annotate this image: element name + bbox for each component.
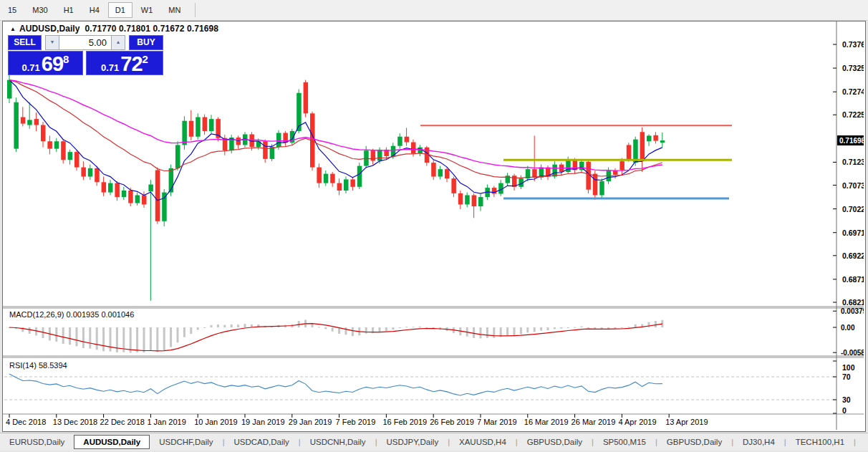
one-click-trading-panel: SELL ▼ 5.00 ▲ BUY 0.71698 0.71722 (8, 35, 163, 75)
candle-body (81, 168, 86, 177)
macd-histogram-bar (520, 327, 522, 334)
timeframe-button-H1[interactable]: H1 (57, 2, 81, 18)
macd-histogram-bar (324, 327, 327, 329)
candle-body (377, 150, 382, 161)
price-axis-label: 0.73255 (842, 64, 864, 72)
price-axis-label: 0.72745 (842, 87, 864, 96)
macd-histogram-bar (237, 324, 239, 327)
time-axis-label: 13 Dec 2018 (53, 418, 97, 426)
macd-histogram-bar (607, 327, 609, 329)
price-axis-label: 0.73765 (842, 40, 864, 49)
timeframe-button-H4[interactable]: H4 (82, 2, 107, 18)
macd-histogram-bar (197, 327, 199, 330)
macd-histogram-bar (506, 327, 508, 335)
buy-price-sup: 2 (143, 54, 148, 64)
candle-body (155, 170, 160, 221)
buy-price-prefix: 0.71 (101, 63, 119, 73)
timeframe-button-M30[interactable]: M30 (25, 2, 54, 18)
timeframe-button-15[interactable]: 15 (1, 2, 24, 18)
macd-signal-line (9, 324, 662, 351)
candle-body (27, 120, 32, 125)
time-axis-label: 4 Apr 2019 (618, 418, 656, 426)
candle-body (431, 163, 436, 176)
macd-histogram-bar (203, 327, 206, 328)
macd-histogram-bar (62, 327, 64, 344)
time-axis-label: 22 Dec 2018 (100, 418, 145, 426)
macd-histogram-bar (35, 327, 37, 335)
macd-histogram-bar (425, 327, 428, 328)
candle-body (411, 143, 416, 154)
chart-tab-TECH100-H1[interactable]: TECH100,H1 (786, 435, 854, 449)
macd-histogram-bar (332, 327, 334, 332)
candle-body (552, 165, 557, 177)
candle-body (492, 188, 497, 193)
macd-histogram-bar (76, 327, 78, 346)
chart-tab-EURUSD-Daily[interactable]: EURUSD,Daily (0, 435, 74, 449)
candle-body (61, 141, 66, 160)
macd-histogram-bar (318, 327, 320, 327)
candle-body (478, 197, 483, 206)
candle-body (115, 183, 120, 197)
candle-body (438, 169, 443, 176)
chart-tab-USDCNH-Daily[interactable]: USDCNH,Daily (301, 435, 375, 449)
macd-histogram-bar (567, 327, 569, 328)
timeframe-button-MN[interactable]: MN (161, 2, 188, 18)
metatrader-window: 15M30H1H4D1W1MN 0.737650.732550.727450.7… (0, 0, 868, 452)
rsi-indicator-label: RSI(14) 58.5394 (9, 361, 67, 370)
macd-histogram-bar (486, 327, 488, 338)
candle-body (337, 183, 342, 191)
macd-histogram-bar (581, 327, 583, 327)
candle-body (324, 174, 329, 183)
chart-tab-USDCAD-Daily[interactable]: USDCAD,Daily (224, 435, 298, 449)
candle-body (599, 181, 604, 195)
chart-tab-GBPUSD-Daily[interactable]: GBPUSD,Daily (518, 435, 592, 449)
macd-histogram-bar (413, 327, 415, 327)
chart-tab-USDJPY-Daily[interactable]: USDJPY,Daily (377, 435, 448, 449)
time-axis-label: 19 Jan 2019 (241, 418, 285, 426)
chart-title-ohlc: 0.71770 0.71801 0.71672 0.71698 (85, 24, 218, 34)
chart-tab-DJ30-H4[interactable]: DJ30,H4 (733, 435, 784, 449)
macd-histogram-bar (574, 327, 576, 328)
chart-tab-AUDUSD-Daily[interactable]: AUDUSD,Daily (74, 435, 150, 449)
ma-medium-red (9, 80, 662, 178)
sell-price-display[interactable]: 0.71698 (8, 51, 83, 75)
chart-window: 0.737650.732550.727450.722500.712300.707… (2, 21, 866, 432)
candle-body (196, 117, 201, 137)
chart-tab-SP500-M15[interactable]: SP500,M15 (594, 435, 655, 449)
candle-body (108, 183, 113, 193)
macd-histogram-bar (635, 324, 637, 327)
chart-tab-GBPUSD-Daily[interactable]: GBPUSD,Daily (657, 435, 731, 449)
macd-histogram-bar (190, 327, 192, 334)
chart-tab-XAUUSD-H4[interactable]: XAUUSD,H4 (450, 435, 516, 449)
sell-price-prefix: 0.71 (22, 63, 40, 73)
buy-price-display[interactable]: 0.71722 (86, 51, 163, 75)
volume-increase-button[interactable]: ▲ (111, 35, 125, 50)
timeframe-button-W1[interactable]: W1 (134, 2, 160, 18)
sell-button[interactable]: SELL (8, 35, 42, 50)
macd-histogram-bar (116, 327, 118, 352)
candle-body (236, 138, 241, 145)
timeframe-button-D1[interactable]: D1 (108, 2, 132, 18)
volume-decrease-button[interactable]: ▼ (45, 35, 59, 50)
candle-body (182, 121, 187, 145)
macd-histogram-bar (365, 327, 367, 334)
candle-body (653, 135, 658, 141)
candle-body (68, 152, 73, 160)
volume-input[interactable]: 5.00 (59, 35, 111, 50)
toolbar-separator (195, 3, 196, 17)
candle-body (445, 169, 450, 178)
candle-body (7, 80, 12, 99)
macd-histogram-bar (150, 327, 152, 351)
buy-button[interactable]: BUY (129, 35, 163, 50)
candle-body (371, 150, 376, 160)
candle-body (593, 174, 598, 196)
price-axis-label: 0.72250 (842, 110, 864, 119)
macd-histogram-bar (345, 327, 347, 335)
candle-body (162, 193, 167, 221)
chart-tab-USDCHF-Daily[interactable]: USDCHF,Daily (150, 435, 222, 449)
price-chart-canvas[interactable]: 0.737650.732550.727450.722500.712300.707… (3, 21, 864, 430)
candle-body (405, 137, 410, 143)
candle-body (304, 82, 309, 113)
candle-body (627, 145, 632, 160)
price-axis-label: 0.68215 (842, 298, 864, 307)
